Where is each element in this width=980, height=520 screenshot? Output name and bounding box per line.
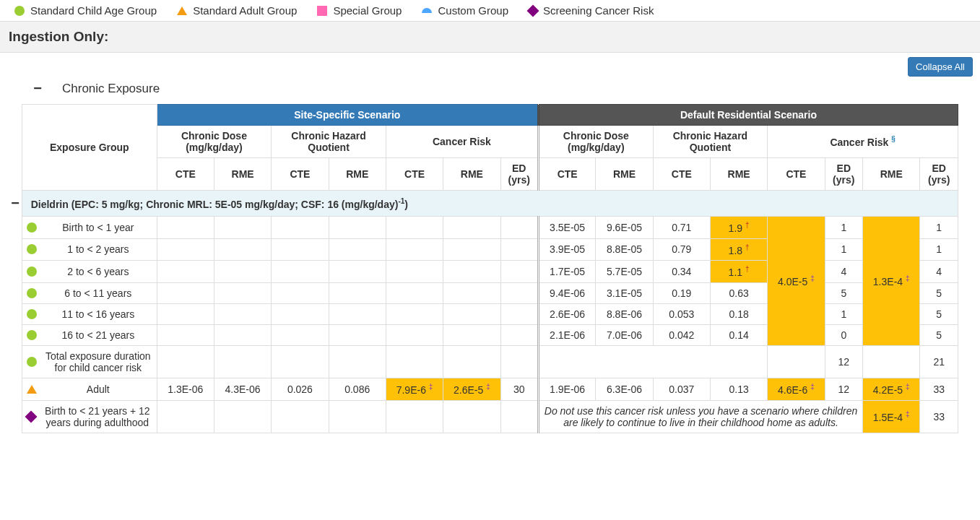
th-label: Cancer Risk bbox=[830, 136, 891, 148]
cell: 0.63 bbox=[710, 282, 767, 303]
row-label: 2 to < 6 years bbox=[43, 266, 154, 277]
legend-label: Standard Child Age Group bbox=[30, 4, 157, 17]
cell: 0.13 bbox=[710, 378, 767, 400]
diamond-icon bbox=[25, 410, 38, 422]
cell: 5 bbox=[825, 282, 862, 303]
th-rme: RME bbox=[710, 158, 767, 191]
triangle-icon bbox=[27, 385, 37, 394]
diamond-icon bbox=[527, 4, 539, 17]
chem-text: Dieldrin (EPC: 5 mg/kg; Chronic MRL: 5E-… bbox=[31, 199, 399, 210]
cell: 5 bbox=[920, 303, 958, 324]
table-row-total: Total exposure duration for child cancer… bbox=[22, 345, 958, 378]
circle-icon bbox=[27, 309, 37, 319]
halfcircle-icon bbox=[422, 8, 432, 13]
th-chronic-dose: Chronic Dose (mg/kg/day) bbox=[157, 126, 272, 158]
row-label: 16 to < 21 years bbox=[43, 329, 154, 341]
cell: 12 bbox=[825, 345, 862, 378]
val: 1.9 bbox=[729, 222, 742, 234]
cell: 2.6E-06 bbox=[538, 303, 595, 324]
val: 1.8 bbox=[729, 244, 742, 256]
table-row: Birth to < 1 year 3.5E-05 9.6E-05 0.71 1… bbox=[22, 217, 958, 239]
cell: 3.5E-05 bbox=[538, 217, 595, 239]
cell-highlight: 1.1 † bbox=[710, 261, 767, 283]
circle-icon bbox=[27, 222, 37, 233]
cell: 12 bbox=[825, 378, 862, 400]
circle-icon bbox=[14, 6, 25, 16]
cell: 4 bbox=[920, 261, 958, 283]
circle-icon bbox=[27, 244, 37, 254]
table-row-adult: Adult 1.3E-06 4.3E-06 0.026 0.086 7.9E-6… bbox=[22, 378, 958, 400]
th-cancer-risk: Cancer Risk bbox=[386, 126, 538, 158]
th-rme: RME bbox=[863, 158, 920, 191]
span-rme-cell: 1.3E-4 ‡ bbox=[863, 217, 920, 346]
th-ed: ED (yrs) bbox=[920, 158, 958, 191]
row-label: Birth to < 21 years + 12 years during ad… bbox=[41, 405, 154, 428]
th-cte: CTE bbox=[272, 158, 329, 191]
cell: 0.026 bbox=[272, 378, 329, 400]
cell-highlight: 4.2E-5 ‡ bbox=[863, 378, 920, 400]
cell: 5 bbox=[920, 324, 958, 345]
dagger-icon: † bbox=[745, 221, 750, 229]
collapse-toggle-icon[interactable]: − bbox=[8, 195, 22, 212]
ddagger-icon: ‡ bbox=[486, 383, 490, 391]
cell: 30 bbox=[500, 378, 538, 400]
cell: 1.3E-06 bbox=[157, 378, 214, 400]
ddagger-icon: ‡ bbox=[906, 410, 910, 418]
legend-label: Special Group bbox=[333, 4, 402, 17]
th-ed: ED (yrs) bbox=[500, 158, 538, 191]
cell: 5.7E-05 bbox=[596, 261, 653, 283]
th-site-scenario: Site-Specific Scenario bbox=[157, 105, 538, 126]
cell: 6.3E-06 bbox=[596, 378, 653, 400]
table-row-screening: Birth to < 21 years + 12 years during ad… bbox=[22, 400, 958, 433]
th-ed: ED (yrs) bbox=[825, 158, 862, 191]
screening-note: Do not use this cancer risk unless you h… bbox=[538, 400, 862, 433]
cell-highlight: 4.6E-6 ‡ bbox=[768, 378, 825, 400]
cell: 1 bbox=[920, 238, 958, 261]
cell: 0.053 bbox=[653, 303, 710, 324]
legend-label: Screening Cancer Risk bbox=[543, 4, 654, 17]
cell: 33 bbox=[920, 378, 958, 400]
collapse-all-button[interactable]: Collapse All bbox=[908, 57, 973, 77]
circle-icon bbox=[27, 288, 37, 298]
cell: 1 bbox=[825, 238, 862, 261]
legend-label: Standard Adult Group bbox=[193, 4, 297, 17]
th-default-scenario: Default Residential Scenario bbox=[538, 105, 958, 126]
th-chronic-hq: Chronic Hazard Quotient bbox=[272, 126, 386, 158]
section-symbol: § bbox=[891, 135, 896, 143]
row-label: 11 to < 16 years bbox=[43, 308, 154, 320]
row-label: 1 to < 2 years bbox=[43, 243, 154, 255]
val: 1.5E-4 bbox=[873, 411, 903, 422]
collapse-toggle-icon[interactable]: − bbox=[30, 80, 45, 97]
page-heading: Ingestion Only: bbox=[0, 21, 980, 53]
th-cte: CTE bbox=[157, 158, 214, 191]
section-title-label: Chronic Exposure bbox=[62, 82, 160, 96]
cell: 21 bbox=[920, 345, 958, 378]
ddagger-icon: ‡ bbox=[810, 383, 815, 391]
cell: 1.7E-05 bbox=[538, 261, 595, 283]
cell: 7.0E-06 bbox=[596, 324, 653, 345]
dagger-icon: † bbox=[745, 265, 750, 273]
val: 1.1 bbox=[729, 266, 742, 278]
circle-icon bbox=[27, 330, 37, 340]
legend-child: Standard Child Age Group bbox=[14, 4, 157, 17]
row-label: Birth to < 1 year bbox=[43, 222, 154, 233]
chemical-header-row: − Dieldrin (EPC: 5 mg/kg; Chronic MRL: 5… bbox=[22, 191, 958, 217]
chemical-label[interactable]: − Dieldrin (EPC: 5 mg/kg; Chronic MRL: 5… bbox=[22, 191, 958, 217]
val: 1.3E-4 bbox=[873, 276, 903, 287]
cell: 0.71 bbox=[653, 217, 710, 239]
cell: 8.8E-06 bbox=[596, 303, 653, 324]
val: 4.2E-5 bbox=[873, 384, 903, 396]
exposure-table: Exposure Group Site-Specific Scenario De… bbox=[22, 104, 958, 433]
th-rme: RME bbox=[214, 158, 271, 191]
th-cte: CTE bbox=[768, 158, 825, 191]
row-label: 6 to < 11 years bbox=[43, 287, 154, 299]
ddagger-icon: ‡ bbox=[429, 383, 433, 391]
cell: 1 bbox=[920, 217, 958, 239]
ddagger-icon: ‡ bbox=[906, 383, 910, 391]
cell: 3.1E-05 bbox=[596, 282, 653, 303]
exposure-group-cell: Birth to < 1 year bbox=[22, 217, 157, 239]
ddagger-icon: ‡ bbox=[906, 274, 910, 282]
cell: 0.086 bbox=[329, 378, 386, 400]
val: 4.6E-6 bbox=[778, 384, 807, 396]
cell: 33 bbox=[920, 400, 958, 433]
